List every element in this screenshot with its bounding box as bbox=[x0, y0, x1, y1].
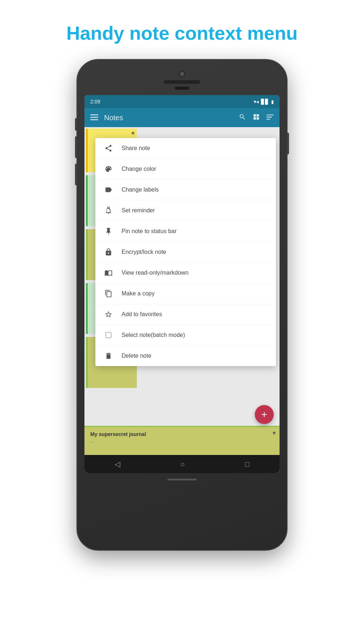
bottom-note-star: ★ bbox=[272, 430, 277, 436]
menu-item-select-batch[interactable]: Select note(batch mode) bbox=[95, 325, 276, 346]
bottom-note-subtitle: ... bbox=[90, 439, 274, 444]
menu-item-encrypt-note[interactable]: Encrypt/lock note bbox=[95, 242, 276, 263]
svg-rect-5 bbox=[266, 119, 270, 119]
home-indicator bbox=[167, 479, 197, 480]
phone-shell: 2:09 ▾◂ ▊▊ ▮ Notes bbox=[76, 59, 288, 551]
proximity-sensor bbox=[175, 87, 189, 90]
context-menu: Share note Change color bbox=[95, 138, 276, 366]
hamburger-menu-icon[interactable] bbox=[90, 114, 98, 122]
app-title: Notes bbox=[104, 114, 123, 122]
make-copy-label: Make a copy bbox=[122, 290, 155, 297]
star-badge: ★ bbox=[131, 130, 135, 136]
view-readonly-label: View read-only/markdown bbox=[122, 270, 189, 276]
nav-recents-button[interactable]: □ bbox=[245, 460, 249, 468]
menu-item-change-labels[interactable]: Change labels bbox=[95, 180, 276, 200]
add-favorites-label: Add to favorites bbox=[122, 311, 162, 318]
fab-button[interactable]: + bbox=[255, 405, 274, 424]
svg-rect-0 bbox=[90, 114, 98, 115]
select-batch-icon bbox=[104, 331, 113, 339]
status-time: 2:09 bbox=[90, 99, 100, 105]
delete-note-label: Delete note bbox=[122, 353, 151, 359]
status-bar: 2:09 ▾◂ ▊▊ ▮ bbox=[84, 95, 280, 108]
signal-icon: ▊▊ bbox=[261, 99, 269, 105]
earpiece-speaker bbox=[164, 80, 200, 84]
bottom-note-title: My supersecret journal bbox=[90, 431, 274, 437]
pin-note-label: Pin note to status bar bbox=[122, 228, 177, 235]
nav-home-button[interactable]: ○ bbox=[180, 460, 185, 468]
battery-icon: ▮ bbox=[271, 99, 274, 105]
trash-icon bbox=[104, 352, 113, 360]
notes-background: ★ ★ Share note bbox=[84, 127, 280, 455]
grid-view-icon[interactable] bbox=[253, 113, 260, 122]
bottom-note-card: My supersecret journal ... ★ bbox=[84, 426, 280, 455]
page-title: Handy note context menu bbox=[52, 0, 312, 59]
menu-item-make-copy[interactable]: Make a copy bbox=[95, 283, 276, 304]
menu-item-delete-note[interactable]: Delete note bbox=[95, 346, 276, 366]
share-note-label: Share note bbox=[122, 145, 150, 152]
star-icon bbox=[104, 310, 113, 319]
book-icon bbox=[104, 268, 113, 277]
menu-item-pin-note[interactable]: Pin note to status bar bbox=[95, 221, 276, 242]
palette-icon bbox=[104, 165, 113, 173]
nav-back-button[interactable]: ◁ bbox=[115, 460, 120, 468]
alarm-icon bbox=[104, 206, 113, 215]
app-toolbar: Notes bbox=[84, 108, 280, 127]
front-camera bbox=[179, 71, 185, 77]
toolbar-right bbox=[239, 113, 274, 122]
phone-screen: 2:09 ▾◂ ▊▊ ▮ Notes bbox=[84, 95, 280, 473]
svg-rect-1 bbox=[90, 117, 98, 118]
sort-icon[interactable] bbox=[266, 114, 274, 122]
wifi-icon: ▾◂ bbox=[254, 99, 259, 105]
select-batch-label: Select note(batch mode) bbox=[122, 332, 185, 338]
change-labels-label: Change labels bbox=[122, 186, 159, 193]
nav-bar: ◁ ○ □ bbox=[84, 455, 280, 473]
change-color-label: Change color bbox=[122, 166, 156, 172]
svg-rect-3 bbox=[266, 114, 274, 115]
lock-icon bbox=[104, 248, 113, 256]
volume-up-button bbox=[75, 136, 77, 158]
fab-plus-icon: + bbox=[261, 409, 267, 420]
menu-item-share-note[interactable]: Share note bbox=[95, 138, 276, 159]
label-icon bbox=[104, 185, 113, 194]
search-icon[interactable] bbox=[239, 113, 246, 122]
phone-top bbox=[84, 67, 280, 95]
menu-item-add-favorites[interactable]: Add to favorites bbox=[95, 304, 276, 325]
svg-rect-4 bbox=[266, 117, 272, 117]
set-reminder-label: Set reminder bbox=[122, 207, 155, 214]
pushpin-icon bbox=[104, 227, 113, 236]
svg-rect-2 bbox=[90, 119, 98, 120]
menu-item-view-readonly[interactable]: View read-only/markdown bbox=[95, 263, 276, 283]
share-icon bbox=[104, 144, 113, 153]
menu-item-change-color[interactable]: Change color bbox=[95, 159, 276, 180]
menu-item-set-reminder[interactable]: Set reminder bbox=[95, 200, 276, 221]
phone-bottom bbox=[84, 473, 280, 484]
toolbar-left: Notes bbox=[90, 114, 123, 122]
status-icons: ▾◂ ▊▊ ▮ bbox=[254, 99, 274, 105]
copy-icon bbox=[104, 289, 113, 298]
volume-silent-button bbox=[75, 118, 77, 131]
volume-down-button bbox=[75, 164, 77, 185]
encrypt-note-label: Encrypt/lock note bbox=[122, 249, 166, 255]
power-button bbox=[287, 133, 289, 154]
